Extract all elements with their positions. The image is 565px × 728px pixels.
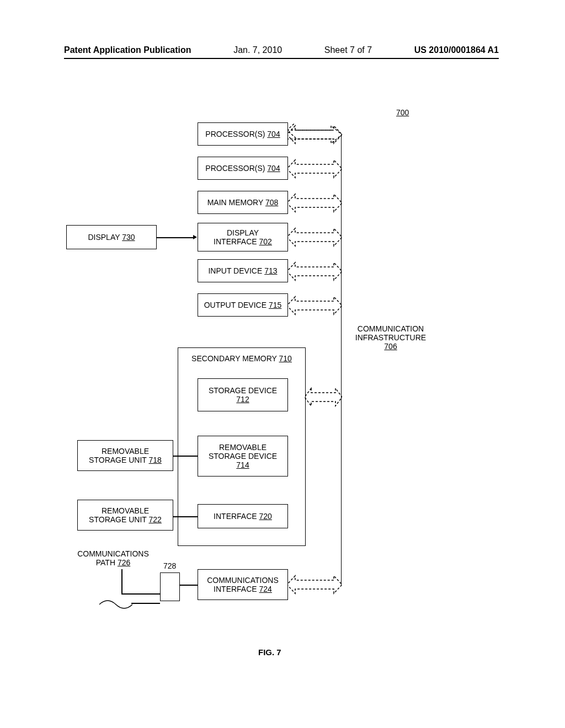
ref-700: 700 xyxy=(396,108,409,117)
display-box: DISPLAY 730 xyxy=(66,225,157,249)
comm-path-label: COMMUNICATIONS PATH 726 xyxy=(72,549,154,567)
input-device-box: INPUT DEVICE 713 xyxy=(198,259,288,282)
header-date: Jan. 7, 2010 xyxy=(233,45,282,55)
remstorunit718-line2: STORAGE UNIT xyxy=(89,456,147,464)
storage-device-box: STORAGE DEVICE 712 xyxy=(198,378,288,411)
storage-device-line1: STORAGE DEVICE xyxy=(209,386,277,395)
remstor714-line2: STORAGE DEVICE xyxy=(209,452,277,461)
output-device-label: OUTPUT DEVICE xyxy=(204,301,266,309)
processor-2-box: PROCESSOR(S) 704 xyxy=(198,157,288,180)
connector-display-line xyxy=(157,237,193,238)
output-device-ref: 715 xyxy=(269,301,281,309)
connector-display-arrowhead xyxy=(193,235,197,239)
display-iface-line1: DISPLAY xyxy=(227,228,259,237)
secondary-memory-ref: 710 xyxy=(279,354,292,363)
commpath-line2: PATH xyxy=(96,558,115,567)
communications-interface-box: COMMUNICATIONS INTERFACE 724 xyxy=(198,569,288,600)
arrow-commiface xyxy=(287,574,342,596)
commpath-ref: 726 xyxy=(118,558,130,567)
commiface-ref: 724 xyxy=(259,585,272,593)
page-header: Patent Application Publication Jan. 7, 2… xyxy=(0,45,565,55)
processor-1-ref: 704 xyxy=(267,130,280,138)
comm-infra-line2: INFRASTRUCTURE xyxy=(348,333,434,342)
cable-to-728 xyxy=(131,603,160,604)
remstorunit722-ref: 722 xyxy=(149,515,162,524)
arrow-input xyxy=(287,260,342,282)
main-memory-box: MAIN MEMORY 708 xyxy=(198,191,288,214)
arrow-output xyxy=(287,295,342,317)
arrow-processor2 xyxy=(287,158,342,180)
input-device-ref: 713 xyxy=(264,266,277,275)
remstor714-line1: REMOVABLE xyxy=(219,443,266,452)
arrow-mainmem xyxy=(287,192,342,214)
main-memory-ref: 708 xyxy=(265,198,278,207)
display-interface-box: DISPLAY INTERFACE 702 xyxy=(198,223,288,251)
box-728 xyxy=(160,572,180,601)
cable-curl-icon xyxy=(99,599,132,610)
display-label: DISPLAY xyxy=(88,233,120,242)
storage-device-ref: 712 xyxy=(236,395,249,404)
secondary-memory-label: SECONDARY MEMORY xyxy=(191,354,277,363)
removable-storage-device-box: REMOVABLE STORAGE DEVICE 714 xyxy=(198,436,288,477)
interface-720-label: INTERFACE xyxy=(214,512,257,521)
header-publication: Patent Application Publication xyxy=(64,45,191,55)
removable-storage-unit-722-box: REMOVABLE STORAGE UNIT 722 xyxy=(77,500,173,531)
display-iface-ref: 702 xyxy=(259,237,272,246)
connector-718-line xyxy=(173,456,198,457)
arrow-storage xyxy=(305,386,342,408)
removable-storage-unit-718-box: REMOVABLE STORAGE UNIT 718 xyxy=(77,440,173,471)
arrow-processor1 xyxy=(287,124,342,146)
processor-1-label: PROCESSOR(S) xyxy=(205,130,265,138)
main-memory-label: MAIN MEMORY xyxy=(207,198,263,207)
comm-infra-ref: 706 xyxy=(348,342,434,351)
figure-label: FIG. 7 xyxy=(258,647,281,657)
processor-2-ref: 704 xyxy=(267,164,280,173)
display-iface-line2: INTERFACE xyxy=(214,237,257,246)
connector-728-line xyxy=(180,585,198,586)
remstor714-ref: 714 xyxy=(236,461,249,469)
secondary-memory-title: SECONDARY MEMORY 710 xyxy=(185,354,298,363)
remstorunit718-line1: REMOVABLE xyxy=(102,447,149,456)
ref-728: 728 xyxy=(163,561,176,570)
header-sheet: Sheet 7 of 7 xyxy=(324,45,372,55)
commiface-line1: COMMUNICATIONS xyxy=(207,576,279,585)
output-device-box: OUTPUT DEVICE 715 xyxy=(198,293,288,317)
interface-720-ref: 720 xyxy=(259,512,272,521)
remstorunit718-ref: 718 xyxy=(149,456,162,464)
display-ref: 730 xyxy=(122,233,135,242)
processor-1-box: PROCESSOR(S) 704 xyxy=(198,122,288,146)
commpath-line1: COMMUNICATIONS xyxy=(72,549,154,558)
commpath-leader-v xyxy=(121,569,122,595)
remstorunit722-line2: STORAGE UNIT xyxy=(89,515,147,524)
commpath-leader-h xyxy=(121,593,160,595)
arrow-display-iface xyxy=(287,226,342,248)
header-rule xyxy=(64,58,499,59)
input-device-label: INPUT DEVICE xyxy=(208,266,262,275)
processor-2-label: PROCESSOR(S) xyxy=(205,164,265,173)
header-docnum: US 2010/0001864 A1 xyxy=(414,45,499,55)
diagram-figure-7: 700 PROCESSOR(S) 704 PROCESSOR(S) 704 MA… xyxy=(66,110,497,640)
connector-722-line xyxy=(173,516,198,517)
comm-infra-label: COMMUNICATION INFRASTRUCTURE 706 xyxy=(348,324,434,351)
remstorunit722-line1: REMOVABLE xyxy=(102,506,149,515)
commiface-line2: INTERFACE xyxy=(214,585,257,593)
interface-720-box: INTERFACE 720 xyxy=(198,504,288,528)
comm-infra-line1: COMMUNICATION xyxy=(348,324,434,333)
